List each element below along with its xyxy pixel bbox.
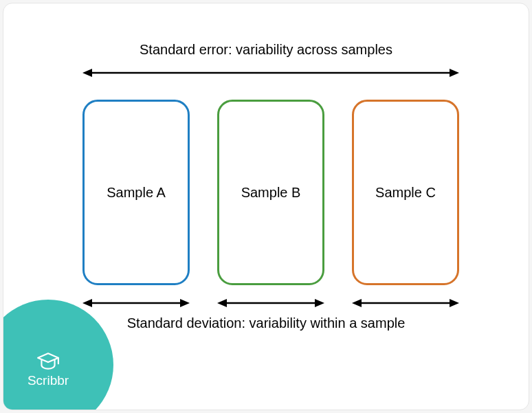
top-label: Standard error: variability across sampl… [3,42,529,58]
sample-box-a: Sample A [82,100,190,285]
top-double-arrow [82,67,459,78]
svg-marker-8 [315,299,324,307]
svg-marker-4 [82,299,92,307]
samples-row: Sample A Sample B Sample C [82,100,459,285]
svg-marker-5 [180,299,190,307]
diagram-card: Standard error: variability across sampl… [3,3,529,410]
graduation-cap-icon [36,350,60,373]
sample-label: Sample C [375,185,436,201]
svg-marker-10 [352,299,362,307]
bottom-arrows-row [82,298,459,309]
small-arrow-b [217,298,324,309]
sample-label: Sample B [241,185,301,201]
svg-marker-1 [82,69,92,77]
brand-name: Scribbr [27,373,69,388]
small-arrow-a [82,298,190,309]
sample-box-b: Sample B [217,100,324,285]
svg-marker-2 [450,69,459,77]
small-arrow-c [352,298,459,309]
svg-marker-11 [450,299,459,307]
sample-label: Sample A [107,185,166,201]
sample-box-c: Sample C [352,100,459,285]
diagram-content: Standard error: variability across sampl… [3,3,529,410]
svg-marker-7 [217,299,227,307]
